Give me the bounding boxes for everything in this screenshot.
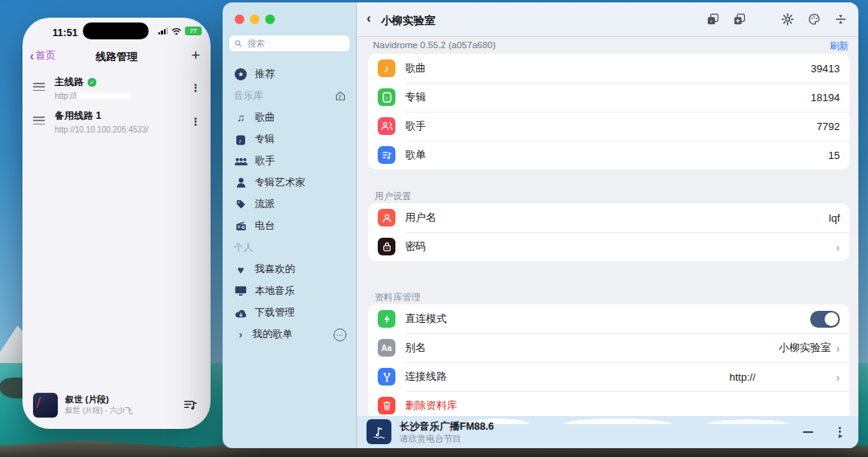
playlist-more-icon[interactable]: ⋯ bbox=[334, 328, 346, 341]
username-value: lqf bbox=[829, 212, 840, 224]
playlist-stat-icon bbox=[378, 146, 395, 164]
direct-mode-row[interactable]: 直连模式 bbox=[368, 304, 850, 333]
sidebar-item-downloads[interactable]: 下载管理 bbox=[223, 302, 356, 324]
radio-icon bbox=[234, 221, 248, 231]
album-stat-icon: ♪ bbox=[378, 88, 395, 106]
stat-value: 15 bbox=[829, 149, 840, 161]
content-header: ‹ 小柳实验室 ♪ bbox=[357, 2, 858, 37]
sidebar-item-genres[interactable]: 流派 bbox=[223, 194, 356, 215]
queue-icon[interactable] bbox=[183, 398, 198, 411]
chevron-right-icon: › bbox=[836, 371, 840, 383]
play-queue-icon[interactable] bbox=[834, 426, 845, 439]
line-menu-button[interactable]: ⋮ bbox=[190, 116, 201, 128]
stat-row-songs[interactable]: ♪ 歌曲 39413 bbox=[368, 54, 850, 83]
phone-clock: 11:51 bbox=[47, 27, 84, 39]
artists-stat-icon bbox=[378, 117, 395, 135]
sidebar-item-my-playlists[interactable]: › 我的歌单 ⋯ bbox=[223, 324, 356, 345]
alias-aa-icon: Aa bbox=[378, 339, 395, 357]
settings-gear-icon[interactable] bbox=[781, 13, 794, 26]
wifi-icon bbox=[171, 27, 182, 35]
version-bar: Navidrome 0.55.2 (a057a680) 刷新 bbox=[357, 37, 858, 54]
disclosure-chevron-icon[interactable]: › bbox=[234, 328, 248, 341]
sidebar-item-local-music[interactable]: 本地音乐 bbox=[223, 280, 356, 302]
route-row[interactable]: 连接线路 http:// › bbox=[368, 362, 850, 391]
sidebar-section-personal: 个人 bbox=[223, 237, 356, 259]
stat-value: 7792 bbox=[817, 120, 840, 133]
drag-handle-icon[interactable] bbox=[33, 116, 45, 124]
phone-page-title: 线路管理 bbox=[23, 50, 211, 64]
battery-indicator: 77 bbox=[185, 27, 202, 35]
home-music-icon[interactable] bbox=[334, 90, 346, 102]
stat-value: 18194 bbox=[811, 92, 840, 104]
search-icon bbox=[235, 39, 242, 47]
close-window-button[interactable] bbox=[235, 14, 244, 24]
refresh-link[interactable]: 刷新 bbox=[829, 39, 849, 53]
sidebar-item-artists[interactable]: 歌手 bbox=[223, 150, 356, 172]
password-row[interactable]: 密码 › bbox=[368, 232, 850, 261]
user-icon bbox=[378, 209, 395, 226]
song-icon: ♪ bbox=[378, 59, 395, 77]
phone-status-icons: 77 bbox=[158, 27, 202, 35]
search-field[interactable] bbox=[229, 35, 350, 51]
line-row-backup[interactable]: 备用线路 1 http://10.10.100.205:4533/ ⋮ bbox=[23, 108, 211, 141]
phone-mini-player[interactable]: 叙世 (片段) 叙世 (片段) - 六少飞 bbox=[29, 390, 204, 422]
server-title: 小柳实验室 bbox=[381, 14, 436, 28]
pause-icon[interactable] bbox=[803, 431, 813, 433]
album-icon: ♪ bbox=[234, 134, 248, 145]
back-button[interactable]: ‹ bbox=[366, 11, 371, 27]
section-label-user: 用户设置 bbox=[375, 190, 411, 202]
theme-palette-icon[interactable] bbox=[808, 13, 821, 26]
person-icon bbox=[234, 177, 248, 188]
library-card: 直连模式 Aa 别名 小柳实验室 › 连接线路 http:// › bbox=[368, 304, 850, 420]
navidrome-version: Navidrome 0.55.2 (a057a680) bbox=[373, 40, 496, 50]
alias-row[interactable]: Aa 别名 小柳实验室 › bbox=[368, 333, 850, 362]
radio-title: 长沙音乐广播FM88.6 bbox=[399, 420, 493, 434]
window-controls[interactable] bbox=[235, 14, 275, 24]
alias-value: 小柳实验室 bbox=[779, 341, 831, 355]
add-library-icon[interactable] bbox=[733, 13, 746, 26]
radio-album-art bbox=[366, 419, 391, 444]
line-menu-button[interactable]: ⋮ bbox=[190, 82, 201, 94]
chevron-right-icon: › bbox=[836, 241, 840, 253]
now-playing-title: 叙世 (片段) bbox=[65, 394, 108, 406]
sidebar-section-library: 音乐库 bbox=[223, 85, 356, 107]
stats-card: ♪ 歌曲 39413 ♪ 专辑 18194 歌手 7792 bbox=[368, 54, 850, 169]
tag-icon bbox=[234, 199, 248, 210]
lightning-icon bbox=[378, 310, 395, 328]
sidebar-item-album-artists[interactable]: 专辑艺术家 bbox=[223, 172, 356, 194]
stat-row-artists[interactable]: 歌手 7792 bbox=[368, 112, 850, 141]
user-settings-card: 用户名 lqf 密码 › bbox=[368, 203, 850, 261]
add-line-button[interactable]: + bbox=[191, 47, 200, 64]
direct-mode-toggle[interactable] bbox=[810, 311, 840, 328]
duplicate-library-icon[interactable]: ♪ bbox=[706, 13, 719, 26]
collapse-panel-icon[interactable] bbox=[834, 13, 847, 26]
phone-screenshot: 11:51 77 ‹ 首页 线路管理 + 主线路 ✓ http://l bbox=[23, 18, 211, 429]
drag-handle-icon[interactable] bbox=[33, 83, 45, 91]
line-url: http://l bbox=[55, 92, 130, 100]
album-art bbox=[33, 393, 58, 418]
line-row-primary[interactable]: 主线路 ✓ http://l ⋮ bbox=[23, 74, 211, 108]
radio-subtitle: 请欣赏电台节目 bbox=[399, 433, 461, 445]
username-row[interactable]: 用户名 lqf bbox=[368, 203, 850, 232]
dynamic-island bbox=[83, 22, 149, 39]
stat-row-albums[interactable]: ♪ 专辑 18194 bbox=[368, 83, 850, 112]
sidebar: ★ 推荐 音乐库 ♫ 歌曲 ♪ 专辑 bbox=[223, 2, 357, 448]
minimize-window-button[interactable] bbox=[250, 14, 260, 24]
svg-text:♪: ♪ bbox=[385, 95, 387, 100]
desktop-player-bar[interactable]: 长沙音乐广播FM88.6 请欣赏电台节目 bbox=[357, 416, 858, 448]
monitor-icon bbox=[234, 286, 248, 296]
heart-icon: ♥ bbox=[234, 264, 248, 275]
active-check-icon: ✓ bbox=[88, 78, 96, 87]
sidebar-item-featured[interactable]: ★ 推荐 bbox=[223, 63, 356, 85]
line-url: http://10.10.100.205:4533/ bbox=[55, 125, 149, 134]
search-input[interactable] bbox=[246, 38, 344, 49]
cloud-download-icon bbox=[234, 308, 248, 318]
sidebar-item-albums[interactable]: ♪ 专辑 bbox=[223, 129, 356, 150]
sidebar-item-songs[interactable]: ♫ 歌曲 bbox=[223, 107, 356, 129]
sidebar-item-favorites[interactable]: ♥ 我喜欢的 bbox=[223, 259, 356, 280]
route-value: http:// bbox=[729, 371, 755, 383]
stat-row-playlists[interactable]: 歌单 15 bbox=[368, 141, 850, 169]
sidebar-item-radio[interactable]: 电台 bbox=[223, 215, 356, 237]
zoom-window-button[interactable] bbox=[265, 14, 275, 24]
phone-nav-bar: ‹ 首页 线路管理 + bbox=[23, 47, 211, 67]
